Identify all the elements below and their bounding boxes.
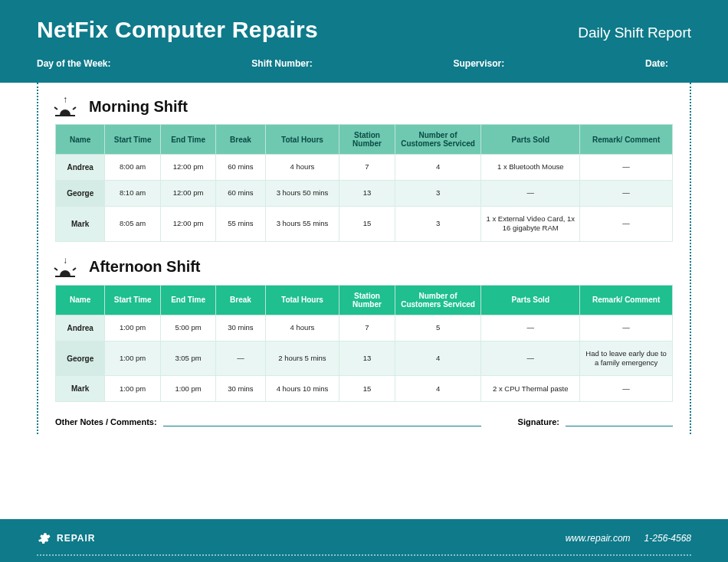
shift-section: ↓Afternoon ShiftNameStart TimeEnd TimeBr…	[55, 257, 673, 403]
cell-end: 12:00 pm	[160, 207, 215, 242]
cell-customers: 5	[395, 315, 481, 341]
cell-end: 5:00 pm	[160, 315, 215, 341]
cell-name: Andrea	[56, 315, 105, 341]
decorative-dots	[37, 554, 691, 556]
table-row: Mark8:05 am12:00 pm55 mins3 hours 55 min…	[56, 207, 673, 242]
cell-break: 60 mins	[216, 181, 265, 207]
col-total: Total Hours	[265, 125, 339, 155]
cell-customers: 3	[395, 181, 481, 207]
cell-total: 4 hours 10 mins	[265, 376, 339, 402]
section-head: ↓Afternoon Shift	[55, 257, 673, 277]
section-title: Afternoon Shift	[89, 258, 201, 276]
header-fields: Day of the Week: Shift Number: Superviso…	[37, 58, 691, 69]
cell-name: Mark	[56, 207, 105, 242]
col-station: Station Number	[339, 125, 395, 155]
col-name: Name	[56, 285, 105, 315]
sunrise-icon: ↑	[55, 96, 75, 116]
cell-station: 13	[339, 341, 395, 376]
cell-break: 30 mins	[216, 315, 265, 341]
cell-break: 55 mins	[216, 207, 265, 242]
footer-website: www.repair.com	[566, 533, 631, 544]
notes-row: Other Notes / Comments: Signature:	[55, 417, 673, 426]
cell-start: 1:00 pm	[105, 376, 160, 402]
report-title: Daily Shift Report	[578, 25, 691, 41]
col-name: Name	[56, 125, 105, 155]
signature-label: Signature:	[518, 417, 559, 426]
gear-icon	[37, 531, 51, 545]
notes-line[interactable]	[163, 417, 481, 426]
cell-customers: 3	[395, 207, 481, 242]
report-header: NetFix Computer Repairs Daily Shift Repo…	[0, 0, 728, 83]
field-date: Date:	[645, 58, 668, 69]
cell-total: 3 hours 50 mins	[265, 181, 339, 207]
cell-start: 1:00 pm	[105, 341, 160, 376]
shift-table: NameStart TimeEnd TimeBreakTotal HoursSt…	[55, 285, 673, 403]
section-head: ↑Morning Shift	[55, 96, 673, 116]
cell-break: —	[216, 341, 265, 376]
cell-end: 3:05 pm	[160, 341, 215, 376]
cell-start: 8:00 am	[105, 155, 160, 181]
col-end: End Time	[160, 125, 215, 155]
cell-name: Andrea	[56, 155, 105, 181]
col-parts: Parts Sold	[481, 285, 580, 315]
shift-section: ↑Morning ShiftNameStart TimeEnd TimeBrea…	[55, 96, 673, 242]
table-row: Andrea1:00 pm5:00 pm30 mins4 hours75——	[56, 315, 673, 341]
cell-remark: —	[580, 376, 673, 402]
footer-brand: REPAIR	[57, 533, 95, 544]
cell-end: 12:00 pm	[160, 155, 215, 181]
footer-phone: 1-256-4568	[644, 533, 691, 544]
cell-station: 7	[339, 155, 395, 181]
cell-remark: —	[580, 315, 673, 341]
col-remark: Remark/ Comment	[580, 285, 673, 315]
signature-line[interactable]	[566, 417, 673, 426]
cell-customers: 4	[395, 155, 481, 181]
decorative-border-right	[690, 83, 691, 434]
cell-total: 2 hours 5 mins	[265, 341, 339, 376]
col-start: Start Time	[105, 125, 160, 155]
col-total: Total Hours	[265, 285, 339, 315]
cell-start: 8:10 am	[105, 181, 160, 207]
report-footer: REPAIR www.repair.com 1-256-4568	[0, 519, 728, 562]
cell-name: George	[56, 341, 105, 376]
col-break: Break	[216, 125, 265, 155]
decorative-border-left	[37, 83, 38, 434]
cell-end: 1:00 pm	[160, 376, 215, 402]
col-station: Station Number	[339, 285, 395, 315]
table-row: Andrea8:00 am12:00 pm60 mins4 hours741 x…	[56, 155, 673, 181]
field-shift-number: Shift Number:	[251, 58, 312, 69]
cell-break: 30 mins	[216, 376, 265, 402]
cell-customers: 4	[395, 341, 481, 376]
cell-start: 8:05 am	[105, 207, 160, 242]
cell-station: 15	[339, 207, 395, 242]
table-row: George8:10 am12:00 pm60 mins3 hours 50 m…	[56, 181, 673, 207]
col-parts: Parts Sold	[481, 125, 580, 155]
sunrise-icon: ↓	[55, 257, 75, 277]
cell-remark: Had to leave early due to a family emerg…	[580, 341, 673, 376]
field-supervisor: Supervisor:	[453, 58, 504, 69]
cell-parts: —	[481, 315, 580, 341]
shift-table: NameStart TimeEnd TimeBreakTotal HoursSt…	[55, 124, 673, 242]
col-customers: Number of Customers Serviced	[395, 125, 481, 155]
company-name: NetFix Computer Repairs	[37, 17, 318, 43]
table-row: Mark1:00 pm1:00 pm30 mins4 hours 10 mins…	[56, 376, 673, 402]
col-remark: Remark/ Comment	[580, 125, 673, 155]
field-day-of-week: Day of the Week:	[37, 58, 110, 69]
cell-customers: 4	[395, 376, 481, 402]
cell-station: 15	[339, 376, 395, 402]
cell-total: 3 hours 55 mins	[265, 207, 339, 242]
cell-remark: —	[580, 155, 673, 181]
cell-start: 1:00 pm	[105, 315, 160, 341]
cell-total: 4 hours	[265, 315, 339, 341]
cell-station: 7	[339, 315, 395, 341]
cell-end: 12:00 pm	[160, 181, 215, 207]
col-customers: Number of Customers Serviced	[395, 285, 481, 315]
cell-parts: 1 x Bluetooth Mouse	[481, 155, 580, 181]
cell-total: 4 hours	[265, 155, 339, 181]
section-title: Morning Shift	[89, 98, 188, 116]
cell-parts: —	[481, 341, 580, 376]
cell-parts: —	[481, 181, 580, 207]
notes-label: Other Notes / Comments:	[55, 417, 157, 426]
cell-parts: 1 x External Video Card, 1x 16 gigabyte …	[481, 207, 580, 242]
col-start: Start Time	[105, 285, 160, 315]
col-break: Break	[216, 285, 265, 315]
